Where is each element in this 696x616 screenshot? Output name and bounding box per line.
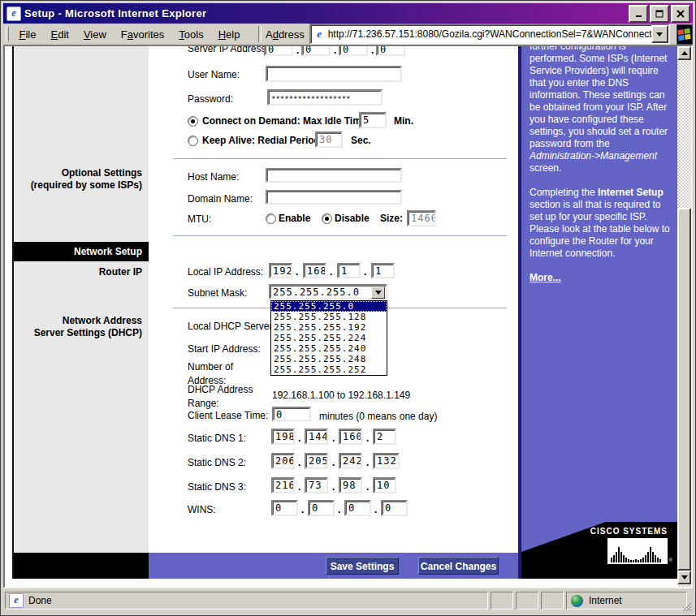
- save-settings-button[interactable]: Save Settings: [326, 557, 399, 575]
- dns3-octet-2[interactable]: 73: [305, 477, 328, 493]
- user-name-label: User Name:: [188, 69, 240, 80]
- scrollbar-thumb[interactable]: [677, 208, 691, 571]
- redial-period-input[interactable]: 30: [315, 131, 343, 148]
- dns1-octet-2[interactable]: 144: [305, 429, 328, 445]
- subnet-mask-label: Subnet Mask:: [188, 287, 247, 299]
- sidebar-optional-settings: Optional Settings (required by some ISPs…: [31, 167, 142, 192]
- dns2-octet-2[interactable]: 205: [305, 453, 328, 469]
- subnet-dropdown-button[interactable]: [371, 286, 385, 299]
- local-ip-octet-1[interactable]: 192: [269, 263, 292, 278]
- subnet-option[interactable]: 255.255.255.248: [271, 354, 387, 364]
- vertical-scrollbar[interactable]: [677, 46, 691, 587]
- mtu-size-input[interactable]: 1460: [407, 210, 436, 226]
- subnet-mask-select[interactable]: 255.255.255.0: [269, 284, 387, 299]
- subnet-option[interactable]: 255.255.255.240: [271, 343, 387, 354]
- local-ip-octet-4[interactable]: 1: [371, 263, 395, 278]
- menu-edit[interactable]: Edit: [44, 26, 76, 43]
- start-ip-label: Start IP Address:: [188, 343, 261, 355]
- internet-globe-icon: [571, 595, 583, 607]
- connect-on-demand-label: Connect on Demand: Max Idle Time: [202, 115, 366, 127]
- domain-name-input[interactable]: [266, 190, 402, 205]
- registered-mark: ®: [669, 558, 672, 562]
- minimize-button[interactable]: [629, 5, 648, 23]
- dns2-octet-1[interactable]: 206: [271, 453, 295, 469]
- subnet-option[interactable]: 255.255.255.192: [271, 322, 387, 333]
- address-bar[interactable]: e http://71.236.57.151:8080/Gozila.cgi?W…: [309, 24, 670, 45]
- subnet-option[interactable]: 255.255.255.128: [271, 312, 387, 322]
- status-pane-empty: [491, 592, 513, 610]
- ie-favicon: e: [313, 28, 326, 41]
- subnet-option[interactable]: 255.255.255.252: [271, 364, 387, 375]
- ie-throbber-logo: [677, 24, 693, 45]
- status-done-pane: e Done: [5, 592, 488, 610]
- wins-octet-2[interactable]: 0: [308, 500, 335, 516]
- dns2-octet-4[interactable]: 132: [373, 453, 400, 469]
- mtu-enable-label: Enable: [279, 213, 310, 224]
- max-idle-unit: Min.: [394, 115, 413, 127]
- client-lease-label: Client Lease Time:: [188, 410, 268, 421]
- host-name-label: Host Name:: [188, 171, 239, 183]
- dns1-octet-1[interactable]: 198: [271, 429, 295, 445]
- menu-tools[interactable]: Tools: [171, 26, 210, 43]
- user-name-input[interactable]: [266, 66, 402, 82]
- keep-alive-radio[interactable]: [188, 136, 198, 146]
- host-name-input[interactable]: [266, 168, 402, 183]
- server-ip-octet-3[interactable]: 0: [339, 46, 368, 56]
- dns3-octet-4[interactable]: 10: [373, 477, 396, 493]
- menu-file[interactable]: File: [12, 26, 44, 43]
- cisco-systems-wordmark: CISCO SYSTEMS: [590, 527, 668, 536]
- menu-bar: File Edit View Favorites Tools Help Addr…: [3, 24, 693, 45]
- close-button[interactable]: [671, 5, 690, 23]
- setup-form: Server IP Address: 0 . 0 . 0 . 0 User Na…: [149, 46, 518, 553]
- dns3-octet-1[interactable]: 216: [271, 477, 295, 493]
- mtu-disable-radio[interactable]: [322, 213, 332, 224]
- ie-page-icon: e: [6, 6, 21, 21]
- connect-on-demand-radio[interactable]: [188, 116, 198, 127]
- wins-octet-4[interactable]: 0: [381, 500, 408, 516]
- scroll-down-button[interactable]: [677, 571, 691, 584]
- toolbar-grip[interactable]: [6, 27, 9, 41]
- client-lease-suffix: minutes (0 means one day): [319, 411, 437, 422]
- toolbar-separator: [258, 26, 262, 42]
- cancel-changes-button[interactable]: Cancel Changes: [418, 557, 499, 575]
- password-input[interactable]: ******************: [267, 89, 383, 106]
- dns1-octet-3[interactable]: 160: [339, 429, 362, 445]
- menu-help[interactable]: Help: [211, 26, 248, 43]
- dns2-octet-3[interactable]: 242: [339, 453, 362, 469]
- resize-grip[interactable]: [681, 601, 692, 612]
- domain-name-label: Domain Name:: [188, 193, 253, 205]
- browser-window: e Setup - Microsoft Internet Explorer Fi…: [0, 0, 696, 616]
- maximize-button[interactable]: [650, 5, 669, 23]
- more-link[interactable]: More...: [530, 272, 561, 283]
- wins-octet-3[interactable]: 0: [344, 500, 371, 516]
- keep-alive-label: Keep Alive: Redial Period: [202, 135, 320, 146]
- server-ip-octet-4[interactable]: 0: [376, 46, 405, 56]
- wins-octet-1[interactable]: 0: [271, 500, 298, 516]
- subnet-option[interactable]: 255.255.255.0: [271, 301, 387, 312]
- section-divider: [173, 235, 507, 236]
- menu-view[interactable]: View: [76, 26, 114, 43]
- mtu-size-label: Size:: [380, 213, 403, 224]
- help-paragraph-1: performed. Some ISPs (Internet Service P…: [530, 53, 672, 174]
- local-ip-octet-2[interactable]: 168: [303, 263, 326, 278]
- local-ip-octet-3[interactable]: 1: [337, 263, 361, 278]
- subnet-option[interactable]: 255.255.255.224: [271, 333, 387, 343]
- chevron-down-icon: [375, 291, 382, 295]
- ie-page-icon: e: [9, 593, 24, 608]
- mtu-enable-radio[interactable]: [266, 213, 276, 224]
- address-dropdown-button[interactable]: [651, 25, 668, 43]
- dns1-octet-4[interactable]: 2: [373, 429, 396, 445]
- dhcp-range-value: 192.168.1.100 to 192.168.1.149: [272, 390, 410, 401]
- form-footer-bar: Save Settings Cancel Changes: [149, 553, 518, 579]
- server-ip-octet-2[interactable]: 0: [301, 46, 331, 56]
- address-url[interactable]: http://71.236.57.151:8080/Gozila.cgi?WAN…: [328, 28, 651, 40]
- local-dhcp-server-label: Local DHCP Server:: [188, 321, 275, 332]
- local-ip-label: Local IP Address:: [188, 266, 263, 278]
- server-ip-octet-1[interactable]: 0: [264, 46, 293, 56]
- max-idle-time-input[interactable]: 5: [359, 112, 387, 128]
- menu-favorites[interactable]: Favorites: [114, 26, 171, 43]
- dns3-octet-3[interactable]: 98: [339, 477, 362, 493]
- client-lease-input[interactable]: 0: [272, 407, 311, 421]
- maximize-icon: [655, 10, 664, 18]
- scroll-up-button[interactable]: [677, 46, 691, 60]
